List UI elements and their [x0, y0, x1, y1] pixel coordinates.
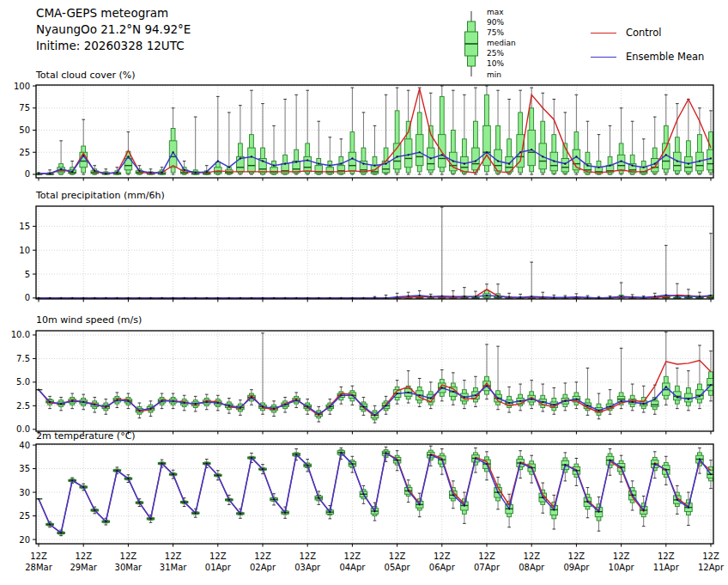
xtick-day-label: 30Mar — [115, 563, 143, 572]
xtick-hour-label: 12Z — [658, 551, 675, 561]
xtick-hour-label: 12Z — [434, 551, 451, 561]
xtick-hour-label: 12Z — [120, 551, 137, 561]
precip-ytick-label: 0 — [25, 293, 30, 302]
precip-lines — [38, 289, 712, 299]
cloud-ytick-label: 75 — [19, 103, 30, 113]
wind-ytick-label: 10.0 — [11, 330, 30, 339]
temp-boxes — [35, 446, 715, 535]
temp-ytick-label: 40 — [19, 441, 30, 450]
xtick-hour-label: 12Z — [254, 551, 271, 561]
xtick-hour-label: 12Z — [523, 551, 540, 561]
xtick-day-label: 07Apr — [474, 563, 500, 572]
wind-ytick-label: 7.5 — [16, 354, 30, 363]
xtick-day-label: 03Apr — [294, 563, 321, 572]
xtick-hour-label: 12Z — [75, 551, 92, 561]
xtick-hour-label: 12Z — [30, 551, 47, 561]
xtick-hour-label: 12Z — [478, 551, 495, 561]
xtick-day-label: 29Mar — [70, 563, 97, 572]
temp-ytick-label: 35 — [19, 464, 30, 473]
wind-panel: 0.02.55.07.510.0 — [11, 330, 715, 434]
xtick-hour-label: 12Z — [209, 551, 227, 561]
xtick-day-label: 08Apr — [519, 563, 545, 572]
temp-panel: 2025303540 — [19, 441, 714, 547]
xtick-hour-label: 12Z — [568, 551, 585, 561]
xtick-day-label: 02Apr — [250, 563, 276, 572]
temp-ytick-label: 30 — [19, 488, 30, 497]
precip-ytick-label: 15 — [19, 222, 30, 231]
wind-ytick-label: 2.5 — [16, 401, 30, 411]
xtick-hour-label: 12Z — [389, 551, 406, 561]
xtick-day-label: 01Apr — [205, 563, 232, 572]
precip-boxes — [35, 207, 715, 298]
precip-panel-border — [36, 206, 713, 299]
xtick-hour-label: 12Z — [165, 551, 182, 561]
meteogram-page: CMA-GEPS meteogram NyaungOo 21.2°N 94.92… — [0, 0, 728, 585]
xtick-hour-label: 12Z — [299, 551, 316, 561]
cloud-ytick-label: 100 — [14, 82, 30, 91]
xtick-day-label: 28Mar — [25, 563, 52, 572]
xtick-day-label: 05Apr — [385, 563, 411, 572]
wind-ytick-label: 0.0 — [16, 424, 30, 434]
meteogram-chart: 02550751000510150.02.55.07.510.020253035… — [0, 0, 728, 585]
precip-grid: 051015 — [19, 206, 713, 302]
cloud-panel: 0255075100 — [14, 82, 714, 181]
precip-ytick-label: 5 — [25, 270, 30, 279]
xtick-day-label: 10Apr — [609, 563, 635, 572]
xtick-day-label: 12Apr — [698, 563, 725, 572]
cloud-ytick-label: 50 — [19, 125, 30, 135]
wind-ytick-label: 5.0 — [16, 377, 30, 387]
temp-ytick-label: 20 — [19, 535, 30, 545]
xtick-hour-label: 12Z — [344, 551, 361, 561]
xtick-day-label: 31Mar — [160, 563, 187, 572]
cloud-ytick-label: 25 — [19, 148, 30, 157]
xtick-day-label: 06Apr — [429, 563, 456, 572]
temp-ytick-label: 25 — [19, 511, 30, 521]
xtick-hour-label: 12Z — [702, 551, 719, 561]
xtick-day-label: 11Apr — [653, 563, 680, 572]
precip-panel: 051015 — [19, 206, 714, 302]
wind-grid: 0.02.55.07.510.0 — [11, 330, 713, 434]
xtick-hour-label: 12Z — [613, 551, 630, 561]
precip-ytick-label: 10 — [19, 246, 30, 255]
x-axis-labels: 12Z28Mar12Z29Mar12Z30Mar12Z31Mar12Z01Apr… — [25, 551, 725, 572]
xtick-day-label: 09Apr — [563, 563, 590, 572]
cloud-ytick-label: 0 — [25, 169, 30, 179]
xtick-day-label: 04Apr — [339, 563, 366, 572]
